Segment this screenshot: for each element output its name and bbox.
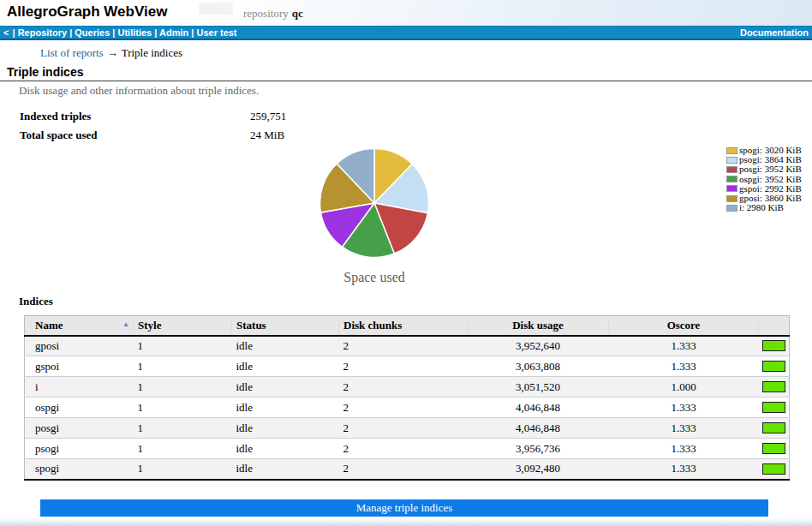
breadcrumb: List of reports→Triple indices (40, 46, 182, 60)
cell-disk_chunks: 2 (339, 459, 468, 480)
column-header-style[interactable]: Style (134, 316, 232, 336)
health-indicator-bar (762, 361, 785, 372)
cell-disk_usage: 3,956,736 (468, 439, 609, 459)
app-title: AllegroGraph WebView (7, 3, 167, 21)
nav-separator: | (9, 27, 17, 38)
cell-status: idle (232, 397, 339, 418)
cell-status: idle (232, 418, 339, 439)
cell-name: ospgi (25, 397, 134, 418)
pie-chart-svg (318, 146, 431, 260)
cell-disk_usage: 3,952,640 (468, 336, 609, 356)
main-navbar: < | Repository | Queries | Utilities | A… (0, 26, 812, 40)
table-row-spogi: spogi1idle23,092,4801.333 (25, 459, 790, 480)
cell-disk_chunks: 2 (339, 377, 468, 397)
column-header-health (759, 316, 790, 336)
breadcrumb-link-list-of-reports[interactable]: List of reports (40, 46, 104, 59)
sort-ascending-icon[interactable]: ▲ (122, 320, 129, 328)
cell-oscore: 1.000 (609, 377, 759, 397)
repository-label: repository (243, 7, 289, 20)
stat-label: Total space used (20, 129, 98, 142)
health-indicator-bar (762, 340, 785, 351)
nav-item-utilities[interactable]: Utilities (117, 27, 152, 38)
table-row-gspoi: gspoi1idle23,063,8081.333 (25, 356, 790, 377)
nav-item-repository[interactable]: Repository (18, 27, 67, 38)
cell-health (759, 336, 790, 356)
legend-swatch-posgi (726, 166, 737, 173)
cell-disk_chunks: 2 (339, 397, 468, 418)
table-row-ospgi: ospgi1idle24,046,8481.333 (25, 397, 790, 418)
table-header-row: Name▲ Style Status Disk chunks Disk usag… (25, 316, 790, 336)
manage-triple-indices-button[interactable]: Manage triple indices (40, 499, 768, 517)
cell-disk_chunks: 2 (339, 356, 468, 377)
nav-separator: | (152, 27, 159, 38)
table-row-gposi: gposi1idle23,952,6401.333 (25, 336, 790, 356)
top-header: AllegroGraph WebView repositoryqc (0, 0, 812, 26)
cell-health (759, 356, 790, 377)
cell-oscore: 1.333 (609, 439, 759, 459)
cell-style: 1 (134, 397, 232, 418)
cell-name: spogi (25, 459, 134, 480)
legend-label: i: 2980 KiB (739, 203, 784, 212)
cell-health (759, 377, 790, 397)
column-header-status[interactable]: Status (232, 316, 339, 336)
table-row-posgi: posgi1idle24,046,8481.333 (25, 418, 790, 439)
cell-style: 1 (134, 336, 232, 356)
column-header-name[interactable]: Name▲ (25, 316, 134, 336)
cell-health (759, 459, 790, 480)
cell-name: posgi (25, 418, 134, 439)
legend-swatch-gspoi (726, 185, 737, 192)
breadcrumb-current: Triple indices (122, 46, 182, 59)
legend-item-i: i: 2980 KiB (726, 203, 802, 212)
table-row-psogi: psogi1idle23,956,7361.333 (25, 439, 790, 459)
health-indicator-bar (762, 402, 785, 413)
cell-style: 1 (134, 439, 232, 459)
legend-swatch-i (726, 205, 737, 212)
cell-status: idle (232, 356, 339, 377)
cell-name: i (25, 377, 134, 397)
cell-style: 1 (134, 377, 232, 397)
column-header-disk-usage[interactable]: Disk usage (468, 316, 609, 336)
footer-strip (0, 518, 812, 526)
cell-disk_usage: 3,051,520 (468, 377, 609, 397)
cell-oscore: 1.333 (609, 336, 759, 356)
cell-disk_usage: 3,063,808 (468, 356, 609, 377)
table-row-i: i1idle23,051,5201.000 (25, 377, 790, 397)
cell-style: 1 (134, 418, 232, 439)
page-title: Triple indices (7, 65, 83, 79)
cell-disk_chunks: 2 (339, 439, 468, 459)
repository-name[interactable]: qc (292, 7, 303, 20)
health-indicator-bar (762, 381, 785, 392)
cell-oscore: 1.333 (609, 418, 759, 439)
nav-item-user-test[interactable]: User test (196, 27, 236, 38)
cell-name: gspoi (25, 356, 134, 377)
legend-swatch-spogi (726, 147, 737, 154)
cell-health (759, 439, 790, 459)
nav-items: | Repository | Queries | Utilities | Adm… (9, 27, 236, 38)
stat-label: Indexed triples (20, 110, 91, 123)
cell-disk_usage: 3,092,480 (468, 459, 609, 480)
cell-disk_usage: 4,046,848 (468, 418, 609, 439)
nav-item-queries[interactable]: Queries (75, 27, 110, 38)
chart-legend: spogi: 3020 KiBpsogi: 3864 KiBposgi: 395… (726, 146, 802, 212)
health-indicator-bar (762, 443, 785, 454)
nav-separator: | (67, 27, 75, 38)
back-chevron-icon[interactable]: < (3, 27, 9, 38)
nav-left: < | Repository | Queries | Utilities | A… (3, 27, 237, 39)
legend-swatch-psogi (726, 157, 737, 164)
cell-health (759, 418, 790, 439)
stat-value: 259,751 (250, 110, 286, 123)
cell-status: idle (232, 439, 339, 459)
repository-indicator: repositoryqc (243, 7, 303, 21)
nav-item-admin[interactable]: Admin (159, 27, 188, 38)
cell-disk_chunks: 2 (339, 418, 468, 439)
blurred-region (199, 3, 233, 15)
column-header-oscore[interactable]: Oscore (609, 316, 759, 336)
cell-name: psogi (25, 439, 134, 459)
cell-name: gposi (25, 336, 134, 356)
nav-item-documentation[interactable]: Documentation (740, 27, 809, 39)
page-subtitle: Disk usage and other information about t… (19, 84, 259, 98)
cell-style: 1 (134, 459, 232, 480)
breadcrumb-arrow: → (107, 46, 118, 59)
column-header-disk-chunks[interactable]: Disk chunks (339, 316, 468, 336)
legend-item-posgi: posgi: 3952 KiB (726, 164, 802, 174)
